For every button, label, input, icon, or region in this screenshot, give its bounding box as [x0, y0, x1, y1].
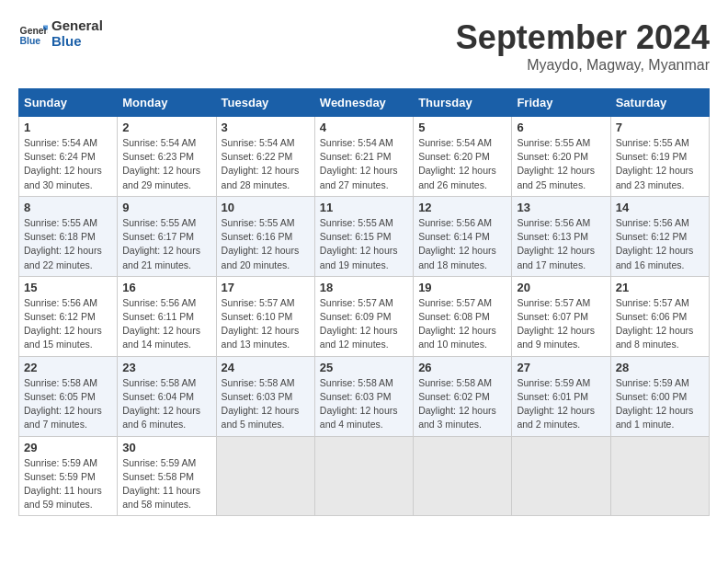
day-cell: 29Sunrise: 5:59 AMSunset: 5:59 PMDayligh… [19, 436, 118, 516]
day-number: 5 [418, 121, 506, 134]
day-cell [314, 436, 413, 516]
day-number: 9 [122, 201, 210, 214]
month-title: September 2024 [456, 18, 710, 57]
day-number: 21 [616, 281, 704, 294]
day-cell: 10Sunrise: 5:55 AMSunset: 6:16 PMDayligh… [216, 196, 314, 276]
day-cell: 4Sunrise: 5:54 AMSunset: 6:21 PMDaylight… [314, 117, 413, 197]
day-info: Sunrise: 5:55 AMSunset: 6:15 PMDaylight:… [320, 216, 408, 272]
day-info: Sunrise: 5:55 AMSunset: 6:19 PMDaylight:… [616, 136, 704, 192]
day-number: 30 [122, 441, 210, 454]
day-cell: 1Sunrise: 5:54 AMSunset: 6:24 PMDaylight… [19, 117, 118, 197]
day-cell: 17Sunrise: 5:57 AMSunset: 6:10 PMDayligh… [216, 276, 314, 356]
day-cell: 16Sunrise: 5:56 AMSunset: 6:11 PMDayligh… [118, 276, 216, 356]
column-header-monday: Monday [118, 89, 216, 117]
day-info: Sunrise: 5:58 AMSunset: 6:04 PMDaylight:… [122, 376, 210, 432]
day-info: Sunrise: 5:57 AMSunset: 6:08 PMDaylight:… [418, 296, 506, 352]
day-number: 13 [517, 201, 605, 214]
day-cell: 13Sunrise: 5:56 AMSunset: 6:13 PMDayligh… [512, 196, 610, 276]
day-info: Sunrise: 5:58 AMSunset: 6:03 PMDaylight:… [222, 376, 310, 432]
day-cell: 15Sunrise: 5:56 AMSunset: 6:12 PMDayligh… [19, 276, 118, 356]
day-number: 24 [222, 361, 310, 374]
day-cell: 5Sunrise: 5:54 AMSunset: 6:20 PMDaylight… [414, 117, 512, 197]
day-cell: 2Sunrise: 5:54 AMSunset: 6:23 PMDaylight… [118, 117, 216, 197]
day-info: Sunrise: 5:59 AMSunset: 5:58 PMDaylight:… [122, 456, 210, 512]
day-info: Sunrise: 5:59 AMSunset: 6:00 PMDaylight:… [616, 376, 704, 432]
location: Myaydo, Magway, Myanmar [456, 57, 710, 74]
day-info: Sunrise: 5:57 AMSunset: 6:09 PMDaylight:… [320, 296, 408, 352]
day-number: 10 [222, 201, 310, 214]
day-number: 16 [122, 281, 210, 294]
day-number: 18 [320, 281, 408, 294]
logo-icon: General Blue [18, 19, 48, 49]
day-cell: 12Sunrise: 5:56 AMSunset: 6:14 PMDayligh… [414, 196, 512, 276]
week-row-4: 22Sunrise: 5:58 AMSunset: 6:05 PMDayligh… [19, 356, 710, 436]
day-cell: 19Sunrise: 5:57 AMSunset: 6:08 PMDayligh… [414, 276, 512, 356]
day-cell [414, 436, 512, 516]
day-number: 12 [418, 201, 506, 214]
svg-text:Blue: Blue [20, 36, 41, 46]
day-cell [610, 436, 709, 516]
title-area: September 2024 Myaydo, Magway, Myanmar [456, 18, 710, 74]
day-info: Sunrise: 5:54 AMSunset: 6:22 PMDaylight:… [222, 136, 310, 192]
day-info: Sunrise: 5:56 AMSunset: 6:12 PMDaylight:… [24, 296, 112, 352]
day-number: 23 [122, 361, 210, 374]
day-cell: 14Sunrise: 5:56 AMSunset: 6:12 PMDayligh… [610, 196, 709, 276]
day-number: 26 [418, 361, 506, 374]
day-number: 2 [122, 121, 210, 134]
day-info: Sunrise: 5:57 AMSunset: 6:07 PMDaylight:… [517, 296, 605, 352]
day-number: 19 [418, 281, 506, 294]
day-cell [216, 436, 314, 516]
calendar-table: SundayMondayTuesdayWednesdayThursdayFrid… [18, 88, 710, 516]
day-info: Sunrise: 5:58 AMSunset: 6:03 PMDaylight:… [320, 376, 408, 432]
day-info: Sunrise: 5:54 AMSunset: 6:21 PMDaylight:… [320, 136, 408, 192]
day-info: Sunrise: 5:57 AMSunset: 6:10 PMDaylight:… [222, 296, 310, 352]
header: General Blue General Blue September 2024… [18, 18, 710, 74]
day-cell: 8Sunrise: 5:55 AMSunset: 6:18 PMDaylight… [19, 196, 118, 276]
day-info: Sunrise: 5:56 AMSunset: 6:13 PMDaylight:… [517, 216, 605, 272]
day-info: Sunrise: 5:59 AMSunset: 5:59 PMDaylight:… [24, 456, 112, 512]
day-number: 6 [517, 121, 605, 134]
day-info: Sunrise: 5:54 AMSunset: 6:23 PMDaylight:… [122, 136, 210, 192]
day-number: 22 [24, 361, 112, 374]
week-row-3: 15Sunrise: 5:56 AMSunset: 6:12 PMDayligh… [19, 276, 710, 356]
day-number: 14 [616, 201, 704, 214]
day-info: Sunrise: 5:56 AMSunset: 6:12 PMDaylight:… [616, 216, 704, 272]
day-cell: 28Sunrise: 5:59 AMSunset: 6:00 PMDayligh… [610, 356, 709, 436]
column-header-thursday: Thursday [414, 89, 512, 117]
day-info: Sunrise: 5:54 AMSunset: 6:24 PMDaylight:… [24, 136, 112, 192]
column-header-sunday: Sunday [19, 89, 118, 117]
day-cell: 11Sunrise: 5:55 AMSunset: 6:15 PMDayligh… [314, 196, 413, 276]
day-number: 27 [517, 361, 605, 374]
day-info: Sunrise: 5:54 AMSunset: 6:20 PMDaylight:… [418, 136, 506, 192]
column-header-wednesday: Wednesday [314, 89, 413, 117]
column-header-saturday: Saturday [610, 89, 709, 117]
day-info: Sunrise: 5:58 AMSunset: 6:05 PMDaylight:… [24, 376, 112, 432]
day-number: 7 [616, 121, 704, 134]
day-number: 29 [24, 441, 112, 454]
day-info: Sunrise: 5:58 AMSunset: 6:02 PMDaylight:… [418, 376, 506, 432]
day-cell: 30Sunrise: 5:59 AMSunset: 5:58 PMDayligh… [118, 436, 216, 516]
day-number: 8 [24, 201, 112, 214]
day-cell: 20Sunrise: 5:57 AMSunset: 6:07 PMDayligh… [512, 276, 610, 356]
day-info: Sunrise: 5:59 AMSunset: 6:01 PMDaylight:… [517, 376, 605, 432]
day-info: Sunrise: 5:55 AMSunset: 6:17 PMDaylight:… [122, 216, 210, 272]
logo: General Blue General Blue [18, 18, 103, 49]
day-info: Sunrise: 5:57 AMSunset: 6:06 PMDaylight:… [616, 296, 704, 352]
day-cell: 6Sunrise: 5:55 AMSunset: 6:20 PMDaylight… [512, 117, 610, 197]
day-cell: 23Sunrise: 5:58 AMSunset: 6:04 PMDayligh… [118, 356, 216, 436]
day-cell: 27Sunrise: 5:59 AMSunset: 6:01 PMDayligh… [512, 356, 610, 436]
day-cell [512, 436, 610, 516]
week-row-5: 29Sunrise: 5:59 AMSunset: 5:59 PMDayligh… [19, 436, 710, 516]
column-header-friday: Friday [512, 89, 610, 117]
week-row-2: 8Sunrise: 5:55 AMSunset: 6:18 PMDaylight… [19, 196, 710, 276]
day-cell: 26Sunrise: 5:58 AMSunset: 6:02 PMDayligh… [414, 356, 512, 436]
day-number: 15 [24, 281, 112, 294]
day-number: 4 [320, 121, 408, 134]
day-cell: 9Sunrise: 5:55 AMSunset: 6:17 PMDaylight… [118, 196, 216, 276]
day-cell: 18Sunrise: 5:57 AMSunset: 6:09 PMDayligh… [314, 276, 413, 356]
day-number: 11 [320, 201, 408, 214]
logo-text: General Blue [51, 18, 103, 49]
day-cell: 22Sunrise: 5:58 AMSunset: 6:05 PMDayligh… [19, 356, 118, 436]
column-header-tuesday: Tuesday [216, 89, 314, 117]
day-number: 25 [320, 361, 408, 374]
